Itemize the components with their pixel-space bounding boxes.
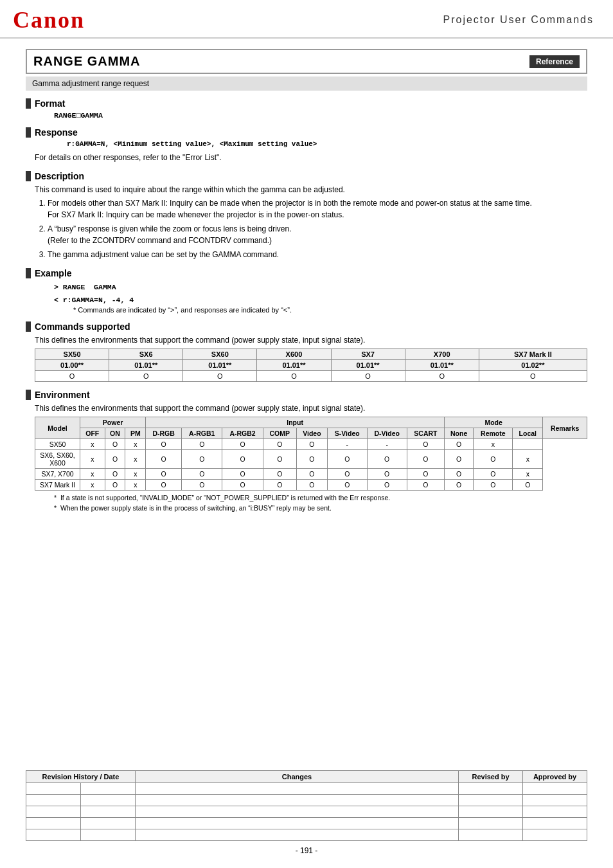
env-th-input: Input	[146, 417, 445, 428]
cmd-val-5: O	[331, 371, 405, 382]
cmd-th-sx60: SX60	[183, 349, 257, 360]
cmd-sub-sx7: 01.01**	[331, 360, 405, 371]
env-sx6x600-drgb: O	[146, 450, 182, 469]
page: Canon Projector User Commands RANGE GAMM…	[0, 0, 613, 868]
page-number: - 191 -	[26, 846, 587, 855]
env-sx50-drgb: O	[146, 439, 182, 450]
description-bar	[26, 171, 31, 181]
env-sx7x700-svideo: O	[327, 469, 367, 480]
env-th-comp: COMP	[263, 428, 296, 439]
env-sx7x700-off: x	[80, 469, 105, 480]
env-sx6x600-on: O	[105, 450, 125, 469]
env-th-video: Video	[296, 428, 327, 439]
footer-row3-approvedby	[523, 806, 587, 818]
env-row-sx7x700: SX7, X700 x O x O O O O O O O O	[35, 469, 587, 480]
example-header: Example	[26, 268, 587, 278]
env-sx6x600-off: x	[80, 450, 105, 469]
env-th-remote: Remote	[474, 428, 513, 439]
footer-row3-date2	[81, 806, 136, 818]
footer-row-3	[26, 806, 587, 818]
format-title: Format	[35, 98, 65, 109]
header: Canon Projector User Commands	[0, 0, 613, 39]
env-sx6x600-comp: O	[263, 450, 296, 469]
footer-revision-header: Revision History / Date	[26, 771, 136, 783]
env-sx50-off: x	[80, 439, 105, 450]
commands-supported-bar	[26, 321, 31, 332]
cmd-val-7: O	[479, 371, 587, 382]
footer-row4-revisedby	[459, 818, 523, 829]
cmd-sub-x600: 01.01**	[257, 360, 331, 371]
env-sx7x700-argb2: O	[222, 469, 263, 480]
env-th-model: Model	[35, 417, 80, 439]
footer-approvedby-header: Approved by	[523, 771, 587, 783]
commands-supported-intro: This defines the environments that suppo…	[35, 334, 587, 346]
environment-header: Environment	[26, 390, 587, 400]
title-bar: RANGE GAMMA Reference	[26, 49, 587, 74]
footer-row2-approvedby	[523, 795, 587, 806]
environment-table: Model Power Input Mode Remarks OFF ON PM…	[35, 417, 587, 491]
footer-row2-revisedby	[459, 795, 523, 806]
footer-row5-date1	[26, 829, 81, 841]
env-sx7x700-comp: O	[263, 469, 296, 480]
commands-supported-content: This defines the environments that suppo…	[26, 334, 587, 382]
footer-row1-changes	[136, 783, 459, 795]
environment-intro: This defines the environments that suppo…	[35, 402, 587, 414]
footer-row-5	[26, 829, 587, 841]
cmd-sub-sx7markii: 01.02**	[479, 360, 587, 371]
footer-row1-revisedby	[459, 783, 523, 795]
footer-changes-header: Changes	[136, 771, 459, 783]
env-sx7markii-svideo: O	[327, 480, 367, 491]
env-sx50-remote: x	[474, 439, 513, 450]
env-sx6x600-video: O	[296, 450, 327, 469]
env-sx7x700-dvideo: O	[367, 469, 407, 480]
env-th-dvideo: D-Video	[367, 428, 407, 439]
env-th-power: Power	[80, 417, 146, 428]
canon-logo: Canon	[13, 6, 85, 33]
environment-bar	[26, 390, 31, 400]
env-sx7markii-video: O	[296, 480, 327, 491]
env-sx7x700-scart: O	[407, 469, 444, 480]
main-content: RANGE GAMMA Reference Gamma adjustment r…	[0, 39, 613, 528]
footer-row-4	[26, 818, 587, 829]
footer-row-2	[26, 795, 587, 806]
footer-row-1	[26, 783, 587, 795]
footer-row4-changes	[136, 818, 459, 829]
env-sx50-argb1: O	[182, 439, 222, 450]
example-title: Example	[35, 268, 72, 278]
env-sx50-scart: O	[407, 439, 444, 450]
example-section: Example > RANGE GAMMA < r:GAMMA=N, -4, 4…	[26, 268, 587, 314]
example-line-2: < r:GAMMA=N, -4, 4	[54, 294, 587, 307]
footer-row5-changes	[136, 829, 459, 841]
cmd-val-1: O	[35, 371, 109, 382]
example-content: > RANGE GAMMA < r:GAMMA=N, -4, 4 * Comma…	[26, 281, 587, 314]
response-header: Response	[26, 127, 587, 138]
env-sx7markii-argb2: O	[222, 480, 263, 491]
env-th-remarks: Remarks	[543, 417, 587, 439]
footer-row5-revisedby	[459, 829, 523, 841]
footer-row2-date2	[81, 795, 136, 806]
footer-row4-date2	[81, 818, 136, 829]
env-model-sx50: SX50	[35, 439, 80, 450]
env-th-mode: Mode	[444, 417, 542, 428]
description-intro: This command is used to inquire about th…	[35, 184, 587, 195]
env-model-sx7x700: SX7, X700	[35, 469, 80, 480]
env-row-sx7markii: SX7 Mark II x O x O O O O O O O O	[35, 480, 587, 491]
cmd-th-sx7markii: SX7 Mark II	[479, 349, 587, 360]
description-title: Description	[35, 171, 84, 181]
env-sx7markii-comp: O	[263, 480, 296, 491]
cmd-th-x600: X600	[257, 349, 331, 360]
env-sx7x700-video: O	[296, 469, 327, 480]
env-sx50-pm: x	[125, 439, 146, 450]
footer-row1-date2	[81, 783, 136, 795]
env-sx7markii-on: O	[105, 480, 125, 491]
env-sx6x600-scart: O	[407, 450, 444, 469]
env-sx6x600-remote: O	[474, 450, 513, 469]
cmd-sub-sx60: 01.01**	[183, 360, 257, 371]
env-sx7markii-local: O	[513, 480, 543, 491]
format-content: RANGE□GAMMA	[26, 111, 587, 120]
cmd-sub-sx6: 01.01**	[109, 360, 183, 371]
cmd-val-6: O	[405, 371, 479, 382]
footer-row3-revisedby	[459, 806, 523, 818]
footer-area: Revision History / Date Changes Revised …	[26, 770, 587, 855]
cmd-th-sx50: SX50	[35, 349, 109, 360]
